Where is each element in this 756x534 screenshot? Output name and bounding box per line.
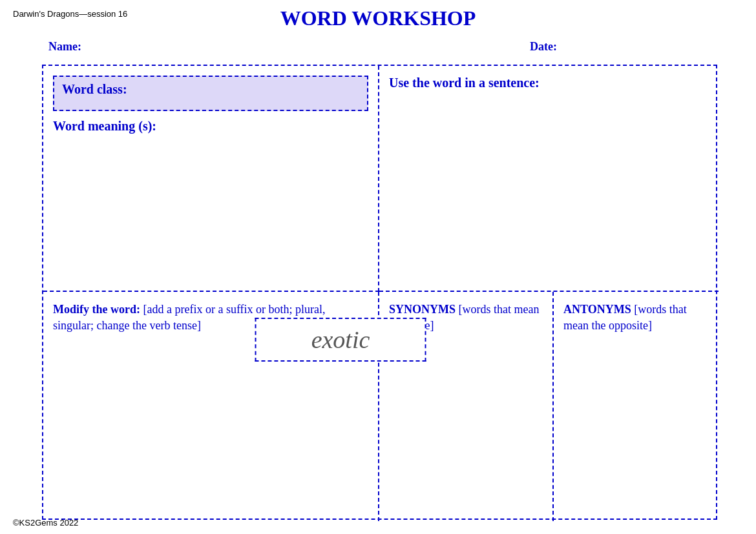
- session-label: Darwin's Dragons—session 16: [13, 9, 127, 19]
- name-label: Name:: [48, 40, 81, 54]
- antonyms-bold: ANTONYMS: [563, 303, 631, 316]
- word-class-label: Word class:: [62, 82, 127, 96]
- main-container: Word class: Word meaning (s): Use the wo…: [42, 65, 717, 520]
- use-word-label: Use the word in a sentence:: [389, 76, 709, 90]
- bottom-right-panel: ANTONYMS [words that mean the opposite]: [554, 292, 719, 521]
- center-word: exotic: [311, 326, 370, 353]
- word-class-box: Word class:: [53, 76, 368, 111]
- page-title: WORD WORKSHOP: [280, 6, 476, 30]
- top-left-panel: Word class: Word meaning (s):: [43, 66, 379, 292]
- synonyms-bold: SYNONYMS: [389, 303, 456, 316]
- word-meaning-label: Word meaning (s):: [53, 119, 378, 134]
- antonyms-label: ANTONYMS [words that mean the opposite]: [563, 302, 712, 334]
- date-label: Date:: [530, 40, 557, 54]
- top-right-panel: Use the word in a sentence:: [379, 66, 719, 292]
- footer-copyright: ©KS2Gems 2022: [13, 518, 78, 528]
- word-center-box: exotic: [255, 318, 426, 362]
- modify-bold: Modify the word:: [53, 303, 140, 316]
